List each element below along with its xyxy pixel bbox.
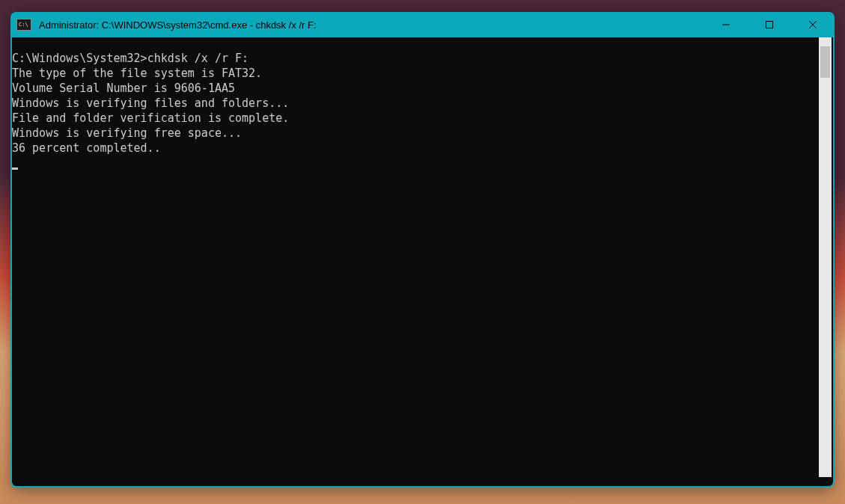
- prompt-line: C:\Windows\System32>chkdsk /x /r F:: [12, 51, 833, 66]
- titlebar[interactable]: C:\ Administrator: C:\WINDOWS\system32\c…: [10, 12, 835, 37]
- terminal-container[interactable]: C:\Windows\System32>chkdsk /x /r F:The t…: [12, 37, 833, 486]
- minimize-button[interactable]: [704, 12, 748, 37]
- window-controls: [704, 12, 835, 37]
- close-button[interactable]: [791, 12, 835, 37]
- output-line: File and folder verification is complete…: [12, 111, 833, 126]
- window-title: Administrator: C:\WINDOWS\system32\cmd.e…: [39, 19, 704, 31]
- output-line: 36 percent completed..: [12, 141, 833, 156]
- app-icon: C:\: [16, 19, 31, 31]
- svg-rect-1: [766, 22, 773, 28]
- progress-text: 36 percent completed..: [12, 141, 161, 155]
- prompt: C:\Windows\System32>: [12, 52, 147, 65]
- scrollbar-thumb[interactable]: [820, 46, 830, 78]
- cursor: [12, 168, 18, 170]
- output-line: Windows is verifying free space...: [12, 126, 833, 141]
- scrollbar-track[interactable]: [819, 37, 832, 477]
- command: chkdsk /x /r F:: [147, 52, 248, 65]
- output-line: Volume Serial Number is 9606-1AA5: [12, 81, 833, 96]
- minimize-icon: [722, 21, 730, 28]
- terminal-content[interactable]: C:\Windows\System32>chkdsk /x /r F:The t…: [12, 37, 833, 486]
- maximize-icon: [766, 21, 773, 28]
- app-icon-text: C:\: [19, 22, 28, 28]
- close-icon: [809, 21, 817, 28]
- output-line: The type of the file system is FAT32.: [12, 66, 833, 81]
- maximize-button[interactable]: [748, 12, 791, 37]
- cmd-window: C:\ Administrator: C:\WINDOWS\system32\c…: [10, 12, 835, 488]
- output-line: Windows is verifying files and folders..…: [12, 96, 833, 111]
